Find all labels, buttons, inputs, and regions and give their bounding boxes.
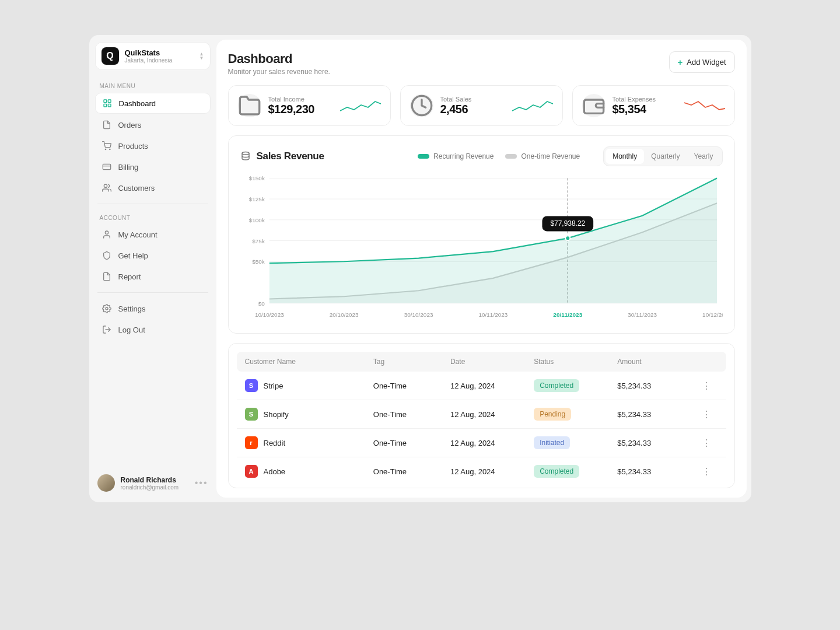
customer-logo: A: [245, 465, 258, 478]
stat-card-total-expenses[interactable]: Total Expenses $5,354: [572, 85, 735, 126]
status-badge: Initiated: [534, 436, 570, 449]
help-icon: [102, 251, 111, 260]
nav-label: Report: [118, 272, 141, 281]
database-icon: [240, 151, 251, 162]
nav-label: Get Help: [118, 251, 148, 260]
cell-date: 12 Aug, 2024: [450, 410, 534, 419]
sales-revenue-panel: Sales Revenue Recurring Revenue One-time…: [228, 135, 735, 334]
data-point: [565, 236, 570, 240]
wallet-icon: [582, 94, 606, 117]
stat-value: 2,456: [440, 103, 472, 116]
chart-legend: Recurring Revenue One-time Revenue: [418, 152, 580, 160]
column-header: Customer Name: [245, 358, 373, 366]
cart-icon: [102, 141, 111, 150]
cell-amount: $5,234.33: [617, 410, 694, 419]
divider: [97, 292, 208, 293]
column-header: Status: [534, 358, 617, 366]
sidebar-item-get-help[interactable]: Get Help: [95, 246, 211, 265]
svg-point-10: [106, 307, 108, 310]
legend-color: [505, 154, 517, 159]
sidebar-item-log-out[interactable]: Log Out: [95, 320, 211, 340]
period-tab-quarterly[interactable]: Quarterly: [644, 149, 687, 164]
nav-label: Dashboard: [119, 99, 156, 108]
y-tick-label: $125k: [249, 196, 264, 202]
stat-label: Total Sales: [440, 96, 472, 103]
row-menu-icon[interactable]: ⋮: [695, 409, 718, 420]
sidebar-item-my-account[interactable]: My Account: [95, 225, 211, 244]
brand-location: Jakarta, Indonesia: [125, 57, 194, 64]
status-badge: Completed: [534, 379, 579, 392]
sidebar-item-products[interactable]: Products: [95, 136, 211, 156]
chart-title: Sales Revenue: [257, 150, 324, 162]
customer-name: Shopify: [264, 410, 289, 419]
user-meta: Ronald Richards ronaldrich@gmail.com: [121, 476, 179, 491]
cell-date: 12 Aug, 2024: [450, 439, 534, 447]
table-row[interactable]: r Reddit One-Time 12 Aug, 2024 Initiated…: [237, 429, 726, 457]
customer-name: Reddit: [264, 439, 286, 447]
add-widget-label: Add Widget: [687, 58, 726, 66]
svg-point-4: [105, 149, 106, 149]
page-header: Dashboard Monitor your sales revenue her…: [228, 51, 735, 76]
customer-logo: r: [245, 436, 258, 449]
stat-card-total-income[interactable]: Total Income $129,230: [228, 85, 391, 126]
period-tab-yearly[interactable]: Yearly: [687, 149, 720, 164]
sidebar-item-report[interactable]: Report: [95, 267, 211, 286]
user-icon: [102, 230, 111, 239]
workspace-switcher[interactable]: Q QuikStats Jakarta, Indonesia ▲▼: [95, 42, 211, 70]
table-row[interactable]: S Stripe One-Time 12 Aug, 2024 Completed…: [237, 372, 726, 400]
svg-rect-6: [103, 164, 110, 169]
avatar[interactable]: [97, 474, 115, 492]
grid-icon: [103, 99, 112, 108]
period-tab-monthly[interactable]: Monthly: [606, 149, 644, 164]
x-tick-label: 10/11/2023: [478, 312, 508, 318]
x-tick-label: 10/12/2023: [702, 312, 723, 318]
more-icon[interactable]: •••: [195, 478, 208, 488]
status-badge: Completed: [534, 465, 579, 478]
chart-header: Sales Revenue Recurring Revenue One-time…: [240, 146, 723, 166]
nav-label: My Account: [118, 230, 158, 239]
user-name: Ronald Richards: [121, 476, 179, 484]
sparkline: [684, 95, 725, 116]
user-footer: Ronald Richards ronaldrich@gmail.com •••: [95, 471, 211, 495]
add-widget-button[interactable]: + Add Widget: [669, 51, 735, 73]
x-tick-label: 10/10/2023: [254, 312, 284, 318]
card-icon: [102, 162, 111, 172]
row-menu-icon[interactable]: ⋮: [695, 466, 718, 477]
app-shell: Q QuikStats Jakarta, Indonesia ▲▼ MAIN M…: [89, 35, 751, 502]
tooltip-value: $77,938.22: [550, 219, 585, 228]
nav-label: Products: [118, 142, 148, 150]
x-tick-label: 20/11/2023: [553, 312, 582, 318]
column-header: Tag: [373, 358, 450, 366]
sidebar-item-customers[interactable]: Customers: [95, 178, 211, 198]
nav-account: My AccountGet HelpReport: [95, 225, 211, 286]
sidebar-item-dashboard[interactable]: Dashboard: [95, 93, 211, 114]
customer-name: Stripe: [264, 382, 284, 390]
svg-rect-3: [108, 104, 111, 107]
sidebar-item-billing[interactable]: Billing: [95, 157, 211, 177]
user-email: ronaldrich@gmail.com: [121, 484, 179, 491]
table-row[interactable]: A Adobe One-Time 12 Aug, 2024 Completed …: [237, 457, 726, 485]
svg-point-8: [104, 184, 107, 187]
cell-tag: One-Time: [373, 382, 450, 390]
period-tabs: Monthly Quarterly Yearly: [603, 146, 722, 166]
brand-text: QuikStats Jakarta, Indonesia: [125, 48, 194, 64]
sidebar-item-settings[interactable]: Settings: [95, 299, 211, 318]
sales-revenue-chart[interactable]: $0$50k$75k$100k$125k$150k10/10/202320/10…: [240, 172, 723, 324]
row-menu-icon[interactable]: ⋮: [695, 380, 718, 391]
row-menu-icon[interactable]: ⋮: [695, 438, 718, 449]
x-tick-label: 30/10/2023: [404, 312, 433, 318]
stat-value: $5,354: [612, 103, 656, 116]
status-badge: Pending: [534, 408, 571, 421]
users-icon: [102, 183, 111, 192]
svg-point-14: [242, 152, 249, 155]
sidebar-item-orders[interactable]: Orders: [95, 115, 211, 135]
table-row[interactable]: S Shopify One-Time 12 Aug, 2024 Pending …: [237, 400, 726, 429]
divider: [97, 204, 208, 204]
nav-label: Billing: [118, 163, 139, 172]
brand-name: QuikStats: [125, 48, 194, 57]
y-tick-label: $75k: [252, 238, 265, 244]
logout-icon: [102, 325, 111, 334]
stat-card-total-sales[interactable]: Total Sales 2,456: [400, 85, 563, 126]
customer-logo: S: [245, 379, 258, 392]
legend-label: Recurring Revenue: [433, 152, 494, 160]
